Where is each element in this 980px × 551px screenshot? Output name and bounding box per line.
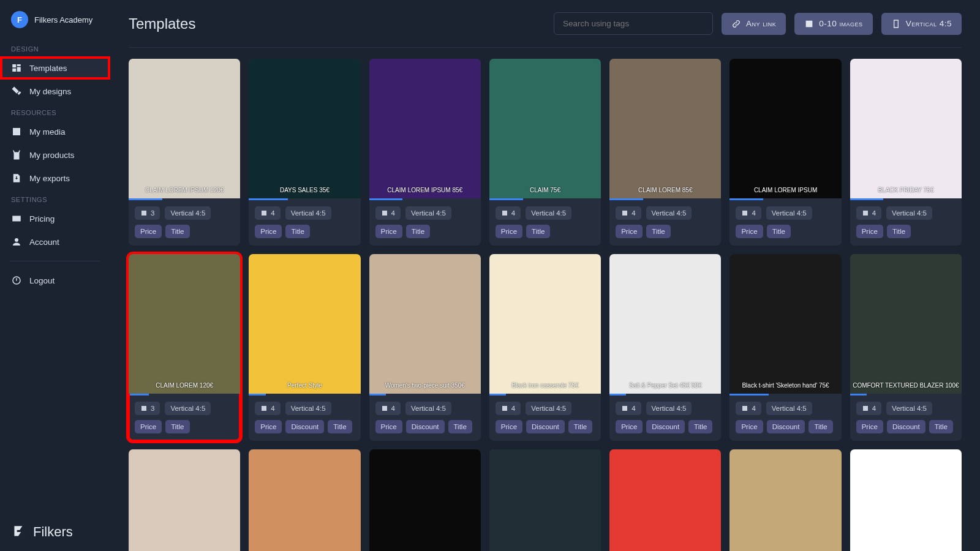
- tag[interactable]: Title: [165, 225, 189, 238]
- template-card[interactable]: BLACK FRIDAY 50%3Vertical 4:5: [489, 449, 601, 551]
- tag[interactable]: Price: [375, 225, 402, 238]
- image-icon: [260, 405, 268, 412]
- filter-images-range[interactable]: 0-10 images: [794, 13, 872, 35]
- template-card[interactable]: Women's two-piece suit 350€4Vertical 4:5…: [369, 254, 481, 441]
- tag[interactable]: Title: [887, 225, 911, 238]
- template-thumbnail[interactable]: BLACK FRIDAY 75€: [850, 59, 962, 198]
- tag[interactable]: Title: [929, 420, 953, 433]
- template-thumbnail[interactable]: Advance day eye protect moisturize 75€ 8…: [129, 449, 240, 551]
- nav-logout[interactable]: Logout: [0, 269, 110, 292]
- tag[interactable]: Price: [616, 225, 643, 238]
- search-input[interactable]: [554, 12, 713, 35]
- template-card[interactable]: CLAIM LOREM 120€3Vertical 4:5PriceTitle: [129, 254, 240, 441]
- tag[interactable]: Price: [255, 420, 282, 433]
- template-thumbnail[interactable]: CLAIM LOREM IPSUM 120€: [129, 59, 240, 198]
- filter-aspect[interactable]: Vertical 4:5: [881, 13, 962, 35]
- tag[interactable]: Price: [616, 420, 643, 433]
- template-card[interactable]: COMFORT TEXTURED BLAZER 100€4Vertical 4:…: [850, 254, 962, 441]
- filter-any-link[interactable]: Any link: [722, 13, 786, 35]
- nav-my-products[interactable]: My products: [0, 143, 110, 167]
- tag[interactable]: Title: [328, 420, 352, 433]
- template-card[interactable]: CLAIM LOREM IPSUM 120€3Vertical 4:5Price…: [129, 59, 240, 246]
- nav-my-media[interactable]: My media: [0, 120, 110, 143]
- template-card[interactable]: OVERSIZE KNITTED PULLOVER4Vertical 4:5: [729, 449, 841, 551]
- template-card[interactable]: BLACK FRIDAY DISCOUNTS4Vertical 4:5: [850, 449, 962, 551]
- template-thumbnail[interactable]: Women's two-piece suit 350€: [369, 254, 481, 394]
- template-thumbnail[interactable]: Perfect Style: [249, 254, 360, 394]
- template-card[interactable]: Black iron casserole 75€4Vertical 4:5Pri…: [489, 254, 601, 441]
- template-thumbnail[interactable]: Black iron casserole 75€: [489, 254, 601, 394]
- template-card[interactable]: CLAIM LOREM 85€4Vertical 4:5PriceTitle: [609, 59, 721, 246]
- tag[interactable]: Price: [736, 225, 763, 238]
- template-thumbnail[interactable]: BLACK FRIDAY 54€ SHOP NOW: [369, 449, 481, 551]
- tag[interactable]: Title: [688, 420, 712, 433]
- user-profile[interactable]: F Filkers Academy: [0, 11, 110, 39]
- tag[interactable]: Discount: [285, 420, 324, 433]
- template-thumbnail[interactable]: Black t-shirt 'Skeleton hand' 75€: [729, 254, 841, 394]
- tag[interactable]: Price: [496, 420, 522, 433]
- tag[interactable]: Price: [736, 420, 763, 433]
- tag[interactable]: Title: [568, 420, 592, 433]
- template-card[interactable]: BLACK FRIDAY 54€ SHOP NOW4Vertical 4:5: [369, 449, 481, 551]
- template-card[interactable]: Perfect Style4Vertical 4:5PriceDiscountT…: [249, 254, 360, 441]
- filter-images-range-label: 0-10 images: [819, 19, 862, 28]
- template-card[interactable]: -30% BLACK FRIDAY1Vertical 4:5: [609, 449, 721, 551]
- template-thumbnail[interactable]: CLAIM LOREM IPSUM 85€: [369, 59, 481, 198]
- template-thumbnail[interactable]: BLACK FRIDAY DISCOUNTS: [850, 449, 962, 551]
- section-resources-label: Resources: [0, 103, 110, 120]
- card-tags-row: PriceDiscountTitle: [369, 415, 481, 441]
- account-icon: [11, 236, 22, 247]
- template-card[interactable]: CLAIM LOREM IPSUM 85€4Vertical 4:5PriceT…: [369, 59, 481, 246]
- tag[interactable]: Price: [856, 225, 883, 238]
- template-card[interactable]: Black t-shirt 'Skeleton hand' 75€4Vertic…: [729, 254, 841, 441]
- tag[interactable]: Price: [255, 225, 282, 238]
- nav-pricing[interactable]: Pricing: [0, 207, 110, 230]
- tag[interactable]: Title: [809, 420, 832, 433]
- tag[interactable]: Discount: [406, 420, 445, 433]
- template-thumbnail[interactable]: MID SEASON SALES 350€: [249, 449, 360, 551]
- tag[interactable]: Discount: [526, 420, 565, 433]
- tag[interactable]: Price: [375, 420, 402, 433]
- card-meta-row: 3Vertical 4:5: [129, 395, 240, 415]
- template-thumbnail[interactable]: DAYS SALES 35€: [249, 59, 360, 198]
- tag[interactable]: Discount: [887, 420, 925, 433]
- template-thumbnail[interactable]: OVERSIZE KNITTED PULLOVER: [729, 449, 841, 551]
- template-thumbnail[interactable]: BLACK FRIDAY 50%: [489, 449, 601, 551]
- nav-my-exports[interactable]: My exports: [0, 167, 110, 190]
- template-thumbnail[interactable]: CLAIM 75€: [489, 59, 601, 198]
- template-card[interactable]: CLAIM LOREM IPSUM4Vertical 4:5PriceTitle: [729, 59, 841, 246]
- template-card[interactable]: MID SEASON SALES 350€4Vertical 4:5: [249, 449, 360, 551]
- tag[interactable]: Discount: [767, 420, 805, 433]
- template-card[interactable]: Salt & Pepper Set 45€ 50€4Vertical 4:5Pr…: [609, 254, 721, 441]
- main: Templates Any link 0-10 images Vertical …: [110, 0, 980, 551]
- tag[interactable]: Price: [135, 420, 162, 433]
- template-thumbnail[interactable]: CLAIM LOREM 120€: [129, 254, 240, 394]
- template-thumbnail[interactable]: CLAIM LOREM 85€: [609, 59, 721, 198]
- tag[interactable]: Price: [135, 225, 162, 238]
- tag[interactable]: Title: [646, 225, 670, 238]
- image-icon: [381, 209, 388, 217]
- tag[interactable]: Title: [767, 225, 791, 238]
- tag[interactable]: Price: [496, 225, 522, 238]
- tag[interactable]: Title: [406, 225, 430, 238]
- template-thumbnail[interactable]: -30% BLACK FRIDAY: [609, 449, 721, 551]
- tag[interactable]: Discount: [646, 420, 685, 433]
- filter-any-link-label: Any link: [746, 19, 776, 28]
- nav-templates[interactable]: Templates: [0, 56, 110, 80]
- template-card[interactable]: DAYS SALES 35€4Vertical 4:5PriceTitle: [249, 59, 360, 246]
- media-icon: [11, 126, 22, 137]
- template-thumbnail[interactable]: Salt & Pepper Set 45€ 50€: [609, 254, 721, 394]
- template-thumbnail[interactable]: COMFORT TEXTURED BLAZER 100€: [850, 254, 962, 394]
- template-card[interactable]: Advance day eye protect moisturize 75€ 8…: [129, 449, 240, 551]
- template-thumbnail[interactable]: CLAIM LOREM IPSUM: [729, 59, 841, 198]
- tag[interactable]: Title: [285, 225, 309, 238]
- template-card[interactable]: BLACK FRIDAY 75€4Vertical 4:5PriceTitle: [850, 59, 962, 246]
- tag[interactable]: Title: [448, 420, 472, 433]
- tag[interactable]: Title: [526, 225, 550, 238]
- template-card[interactable]: CLAIM 75€4Vertical 4:5PriceTitle: [489, 59, 601, 246]
- nav-my-designs[interactable]: My designs: [0, 80, 110, 103]
- search-field[interactable]: [554, 12, 713, 35]
- nav-account[interactable]: Account: [0, 230, 110, 253]
- tag[interactable]: Title: [165, 420, 189, 433]
- tag[interactable]: Price: [856, 420, 883, 433]
